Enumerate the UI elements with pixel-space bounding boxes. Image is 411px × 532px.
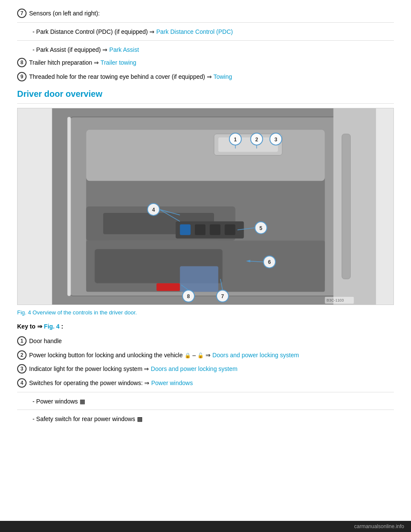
doors-locking-link-3[interactable]: Doors and power locking system [151,365,237,372]
svg-rect-17 [334,108,376,305]
sub-item-power-windows-text: - Power windows [33,398,78,405]
door-figure: 1 2 3 4 5 6 [17,108,394,305]
door-image-svg: 1 2 3 4 5 6 [18,108,393,305]
door-item-2-circle: 2 [17,350,27,360]
svg-text:2: 2 [255,137,258,143]
key-to-label: Key to ⇒ Fig. 4 : [17,322,394,331]
svg-rect-10 [195,224,206,235]
svg-text:6: 6 [268,259,271,265]
sub-item-pdc-text: - Park Distance Control (PDC) (if equipp… [33,28,156,35]
svg-text:7: 7 [221,293,224,299]
door-item-4-row: 4 Switches for operating the power windo… [17,378,394,388]
item-9-row: 9 Threaded hole for the rear towing eye … [17,72,394,81]
divider-3 [17,392,394,392]
footer-link[interactable]: carmanualsonline.info [354,523,404,529]
door-item-1-row: 1 Door handle [17,336,394,346]
svg-rect-12 [225,224,235,235]
svg-rect-3 [86,130,325,181]
item-7-text: Sensors (on left and right): [29,9,394,18]
item-9-circle: 9 [17,72,27,81]
divider-4 [17,409,394,410]
svg-rect-5 [218,137,278,152]
svg-rect-19 [67,117,71,296]
door-item-4-text: Switches for operating the power windows… [29,378,394,388]
sub-item-power-windows: - Power windows [17,397,394,406]
fig4-link[interactable]: Fig. 4 [44,323,60,330]
door-item-1-text: Door handle [29,336,394,346]
door-item-3-text: Indicator light for the power locking sy… [29,364,394,374]
door-item-2-row: 2 Power locking button for locking and u… [17,350,394,360]
svg-text:1: 1 [234,137,237,143]
svg-rect-11 [210,224,220,235]
item-8-text: Trailer hitch preparation ⇒ Trailer towi… [29,58,394,67]
divider-section [17,103,394,104]
sub-item-park-assist: - Park Assist (if equipped) ⇒ Park Assis… [17,45,394,54]
towing-link[interactable]: Towing [213,73,232,80]
door-item-2-text: Power locking button for locking and unl… [29,350,394,360]
item-7-circle: 7 [17,9,27,18]
svg-text:5: 5 [259,225,262,231]
item-8-circle: 8 [17,58,27,67]
svg-text:8: 8 [187,293,190,299]
item-8-row: 8 Trailer hitch preparation ⇒ Trailer to… [17,58,394,67]
door-item-1-circle: 1 [17,336,27,346]
trailer-towing-link[interactable]: Trailer towing [101,59,137,66]
door-item-3-circle: 3 [17,364,27,374]
sub-item-park-assist-text: - Park Assist (if equipped) ⇒ [33,46,109,53]
svg-text:4: 4 [152,207,155,213]
svg-rect-9 [180,224,191,235]
sub-item-safety-switch-text: - Safety switch for rear power windows [33,415,135,422]
sub-item-pdc: - Park Distance Control (PDC) (if equipp… [17,27,394,36]
park-assist-link[interactable]: Park Assist [109,46,139,53]
fig-caption: Fig. 4 Overview of the controls in the d… [17,309,394,316]
doors-locking-link-2[interactable]: Doors and power locking system [212,352,299,359]
window-icon [80,398,85,405]
item-9-text: Threaded hole for the rear towing eye be… [29,72,394,81]
door-item-3-row: 3 Indicator light for the power locking … [17,364,394,374]
pdc-link[interactable]: Park Distance Control (PDC) [156,28,233,35]
sub-item-safety-switch: - Safety switch for rear power windows [17,414,394,424]
lock-open-icon [197,352,204,359]
svg-rect-16 [157,283,180,291]
svg-rect-18 [342,134,351,279]
svg-text:3: 3 [274,137,277,143]
footer-bar: carmanualsonline.info [0,521,411,532]
divider-1 [17,22,394,23]
door-item-4-circle: 4 [17,378,27,388]
page: 7 Sensors (on left and right): - Park Di… [0,0,411,532]
safety-icon [137,415,143,422]
item-7-row: 7 Sensors (on left and right): [17,9,394,18]
section-title-driver-door: Driver door overview [17,89,394,99]
divider-2 [17,40,394,41]
power-windows-link[interactable]: Power windows [151,380,193,386]
svg-text:B3C-1103: B3C-1103 [327,298,344,302]
lock-icon [185,352,191,359]
